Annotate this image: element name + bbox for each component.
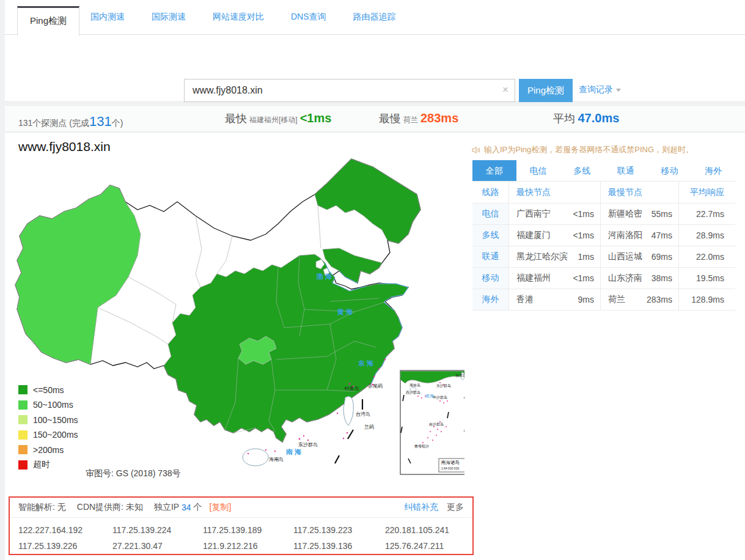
table-row: 联通 黑龙江哈尔滨1ms 山西运城69ms 22.0ms [472,246,735,268]
svg-text:1:64 000 000: 1:64 000 000 [441,466,459,470]
svg-text:南 海: 南 海 [285,448,301,455]
svg-text:南海诸岛: 南海诸岛 [441,460,460,465]
map-domain-title: www.fjy8018.xin [18,139,111,154]
tab-dns-query[interactable]: DNS查询 [291,12,326,23]
svg-text:南海: 南海 [425,394,434,399]
svg-text:黄 海: 黄 海 [337,308,353,316]
completed-count: 131 [89,115,112,128]
svg-text:兰屿: 兰屿 [364,424,374,430]
error-correction-link[interactable]: 纠错补充 [404,502,438,513]
ip-item: 122.227.164.192 [18,523,112,537]
result-tab-unicom[interactable]: 联通 [604,160,648,181]
china-latency-map: 渤 海 黄 海 东 海 南 海 钓鱼岛 赤尾屿 台湾岛 兰屿 东沙群岛 海南岛 [12,158,464,483]
region-hainan [243,449,268,466]
svg-text:台湾岛: 台湾岛 [455,373,464,378]
legend-swatch [18,385,28,394]
search-box: × [184,79,515,102]
cdn-label: CDN提供商: [77,502,123,513]
tab-international-speed[interactable]: 国际测速 [152,12,186,23]
svg-text:西沙群岛: 西沙群岛 [406,391,420,395]
south-china-sea-inset: 台湾岛 东沙群岛 海南岛 西沙群岛 中沙群岛 南沙群岛 曾母暗沙 南海 南海诸岛… [400,370,464,474]
tab-traceroute[interactable]: 路由器追踪 [353,12,396,23]
ip-item: 220.181.105.241 [385,523,464,537]
ip-count: 34 [182,503,191,512]
svg-text:曾母暗沙: 曾母暗沙 [414,444,429,449]
result-table: 线路 最快节点 最慢节点 平均响应 电信 广西南宁<1ms 新疆哈密55ms 2… [472,181,735,311]
svg-text:钓鱼岛: 钓鱼岛 [344,386,359,391]
legend-swatch [18,460,28,470]
fastest-value: <1ms [300,111,332,125]
latency-legend: <=50ms 50~100ms 100~150ms 150~200ms >200… [18,385,78,475]
svg-text:南沙群岛: 南沙群岛 [429,422,444,427]
fastest-stat: 最快 福建福州[移动] <1ms [225,111,331,126]
page: Ping检测 国内测速 国际测速 网站速度对比 DNS查询 路由器追踪 × Pi… [0,0,745,560]
ip-item: 117.25.139.226 [18,539,112,553]
table-row: 海外 香港9ms 荷兰283ms 128.9ms [472,289,735,311]
ip-item: 121.9.212.216 [203,539,293,553]
map-license-number: 审图号: GS (2018) 738号 [86,468,181,479]
slowest-value: 283ms [420,111,458,125]
more-link[interactable]: 更多 [447,502,464,513]
svg-text:东 海: 东 海 [358,359,373,367]
table-row: 多线 福建厦门<1ms 河南洛阳47ms 28.9ms [472,225,735,246]
smart-resolve-label: 智能解析: [18,502,55,513]
legend-swatch [18,445,28,454]
result-tab-multiline[interactable]: 多线 [560,160,604,181]
ip-item: 117.25.139.136 [293,539,385,553]
ip-unit: 个 [194,502,202,513]
ping-tip: 输入IP为Ping检测，若服务器网络不通或禁PING，则超时。 [472,144,694,155]
svg-text:渤 海: 渤 海 [316,273,332,280]
ip-item: 125.76.247.211 [385,539,464,553]
table-header-row: 线路 最快节点 最慢节点 平均响应 [472,182,735,204]
clear-input-icon[interactable]: × [502,84,508,96]
ip-list: 122.227.164.192 117.25.139.224 117.25.13… [10,518,472,553]
table-row: 电信 广西南宁<1ms 新疆哈密55ms 22.7ms [472,204,735,225]
svg-text:海南岛: 海南岛 [409,383,420,387]
legend-swatch [18,430,28,440]
top-tab-bar: Ping检测 国内测速 国际测速 网站速度对比 DNS查询 路由器追踪 [5,0,745,35]
speaker-icon [472,146,481,154]
top-tab-links: 国内测速 国际测速 网站速度对比 DNS查询 路由器追踪 [90,0,396,34]
result-tab-telecom[interactable]: 电信 [516,160,560,181]
ip-item: 117.25.139.189 [203,523,293,537]
smart-resolve-value: 无 [57,502,66,513]
copy-ips-link[interactable]: [复制] [210,502,232,513]
ip-item: 117.25.139.224 [112,523,203,537]
domain-input[interactable] [185,79,515,101]
search-section: × Ping检测 查询记录 全选 电信 多线 联通 移动 海外 [5,35,745,101]
ping-test-button[interactable]: Ping检测 [519,79,573,102]
table-row: 移动 福建福州<1ms 山东济南38ms 19.5ms [472,268,735,289]
svg-text:赤尾屿: 赤尾屿 [368,383,383,389]
result-tab-mobile[interactable]: 移动 [648,160,692,181]
tab-domestic-speed[interactable]: 国内测速 [90,12,125,23]
result-tab-all[interactable]: 全部 [472,160,516,181]
probe-count: 131个探测点 (完成131个) [18,115,123,129]
legend-swatch [18,400,28,410]
cdn-value: 未知 [126,502,143,513]
svg-text:东沙群岛: 东沙群岛 [436,383,451,388]
result-line-tabs: 全部 电信 多线 联通 移动 海外 [472,160,735,181]
ip-resolution-box: 智能解析: 无 CDN提供商: 未知 独立IP 34 个 [复制] 纠错补充 更… [9,496,474,555]
region-taiwan [343,396,353,426]
legend-swatch [18,415,28,424]
svg-text:东沙群岛: 东沙群岛 [298,442,318,448]
query-history-link[interactable]: 查询记录 [579,84,621,95]
slowest-stat: 最慢 荷兰 283ms [379,111,458,126]
independent-ip-label: 独立IP [154,502,179,513]
result-tab-overseas[interactable]: 海外 [691,160,735,181]
average-stat: 平均 47.0ms [553,111,619,126]
average-value: 47.0ms [578,111,619,125]
tab-site-speed-compare[interactable]: 网站速度对比 [213,12,264,23]
svg-text:台湾岛: 台湾岛 [356,411,370,417]
svg-text:海南岛: 海南岛 [269,457,284,462]
chevron-down-icon [616,89,621,92]
ip-item: 117.25.139.223 [293,523,385,537]
tab-ping-test[interactable]: Ping检测 [17,6,79,35]
svg-text:中沙群岛: 中沙群岛 [433,396,447,400]
ip-item: 27.221.30.47 [112,539,203,553]
